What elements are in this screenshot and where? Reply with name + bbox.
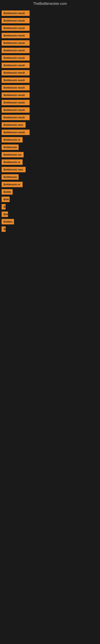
list-item: Bottleneck result — [1, 62, 99, 68]
bottleneck-badge[interactable]: Bottleneck result — [1, 130, 30, 135]
bottleneck-badge[interactable]: Bott — [1, 196, 10, 202]
list-item: Bottleneck result — [1, 18, 99, 23]
bottleneck-badge[interactable]: Bottleneck result — [1, 55, 30, 60]
list-item: Bottleneck — [1, 174, 99, 180]
list-item: Bottleneck resu — [1, 122, 99, 128]
list-item: Bottleneck re — [1, 137, 99, 142]
bottleneck-badge[interactable]: Bottleneck resu — [1, 122, 26, 128]
list-item: Bottleneck re — [1, 160, 99, 165]
list-item — [1, 242, 99, 248]
bottleneck-badge[interactable]: Bottleneck result — [1, 18, 30, 23]
list-item: Bottleneck res — [1, 152, 99, 158]
bottleneck-badge[interactable]: Bottleneck result — [1, 25, 30, 31]
bottleneck-badge[interactable]: Bottleneck — [1, 174, 19, 180]
bottleneck-badge[interactable]: Bottleneck result — [1, 92, 30, 98]
bottleneck-badge[interactable]: B — [1, 204, 6, 210]
list-item — [1, 258, 99, 264]
bottleneck-badge[interactable]: B — [1, 226, 6, 232]
bottleneck-badge[interactable]: Bottleneck result — [1, 40, 30, 46]
bottleneck-badge[interactable]: Bottleneck re — [1, 160, 23, 165]
list-item: Bottle — [1, 189, 99, 194]
list-item: Bottleneck result — [1, 55, 99, 60]
list-item: Bottleneck result — [1, 100, 99, 105]
bottleneck-badge[interactable]: Bottleneck result — [1, 70, 30, 76]
bottleneck-badge[interactable]: Bottleneck result — [1, 115, 30, 120]
list-item: Bot — [1, 212, 99, 217]
bottleneck-badge[interactable]: Bottleneck result — [1, 78, 30, 83]
list-item: B — [1, 204, 99, 210]
bottleneck-badge[interactable]: Bottleneck re — [1, 137, 23, 142]
list-item: Bottleneck result — [1, 40, 99, 46]
list-item: Bottleneck result — [1, 48, 99, 53]
list-item: Bottleneck result — [1, 10, 99, 16]
list-item: Bottleneck result — [1, 107, 99, 113]
list-item: Bottleneck result — [1, 85, 99, 90]
list-item: Bottleneck result — [1, 25, 99, 31]
list-item: Bottleneck result — [1, 115, 99, 120]
bottleneck-badge[interactable]: Bottleneck result — [1, 100, 30, 105]
list-item — [1, 266, 99, 272]
bottleneck-badge[interactable]: Bottleneck resu — [1, 167, 26, 172]
items-container: Bottleneck resultBottleneck resultBottle… — [0, 8, 100, 288]
list-item: B — [1, 226, 99, 232]
list-item — [1, 274, 99, 280]
bottleneck-badge[interactable]: Bottleneck result — [1, 33, 30, 38]
list-item: Bottleneck result — [1, 70, 99, 76]
list-item: Bottleneck resu — [1, 167, 99, 172]
bottleneck-badge[interactable]: Bottleneck re — [1, 182, 23, 187]
list-item: Bott — [1, 196, 99, 202]
list-item: Bottlen — [1, 219, 99, 224]
list-item: Bottleneck result — [1, 33, 99, 38]
bottleneck-badge[interactable]: Bottlen — [1, 219, 14, 224]
list-item — [1, 250, 99, 256]
bottleneck-badge[interactable]: Bottleneck result — [1, 62, 30, 68]
list-item — [1, 234, 99, 240]
list-item: Bottleneck result — [1, 92, 99, 98]
bottleneck-badge[interactable]: Bottle — [1, 189, 13, 194]
bottleneck-badge[interactable]: Bottleneck result — [1, 48, 30, 53]
list-item: Bottleneck result — [1, 78, 99, 83]
list-item: Bottleneck result — [1, 130, 99, 135]
bottleneck-badge[interactable]: Bottleneck result — [1, 85, 30, 90]
bottleneck-badge[interactable]: Bottleneck res — [1, 152, 24, 158]
bottleneck-badge[interactable]: Bottleneck — [1, 144, 19, 150]
list-item: Bottleneck — [1, 144, 99, 150]
list-item — [1, 282, 99, 288]
bottleneck-badge[interactable]: Bottleneck result — [1, 10, 30, 16]
bottleneck-badge[interactable]: Bottleneck result — [1, 107, 30, 113]
bottleneck-badge[interactable]: Bot — [1, 212, 8, 217]
list-item: Bottleneck re — [1, 182, 99, 187]
site-title: TheBottlenecker.com — [0, 0, 100, 8]
